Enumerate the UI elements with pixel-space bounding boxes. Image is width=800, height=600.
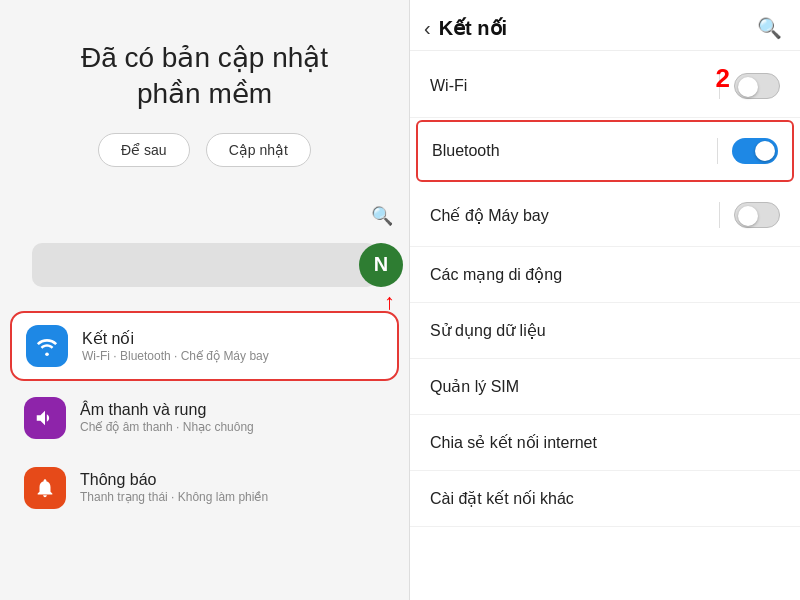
menu-item-am-thanh[interactable]: Âm thanh và rung Chế độ âm thanh · Nhạc …: [10, 385, 399, 451]
avatar: N: [359, 243, 403, 287]
right-header-left: ‹ Kết nối: [424, 16, 507, 40]
settings-list: Wi-Fi 2 Bluetooth Chế độ Máy bay: [410, 51, 800, 600]
annotation-2: 2: [716, 63, 730, 94]
update-buttons: Để sau Cập nhật: [30, 133, 379, 167]
later-button[interactable]: Để sau: [98, 133, 190, 167]
left-search-bar: 🔍: [0, 197, 409, 235]
hotspot-label: Chia sẻ kết nối internet: [430, 433, 597, 452]
other-label: Cài đặt kết nối khác: [430, 489, 574, 508]
setting-row-airplane[interactable]: Chế độ Máy bay: [410, 184, 800, 247]
speaker-icon: [24, 397, 66, 439]
menu-list: Kết nối Wi-Fi · Bluetooth · Chế độ Máy b…: [0, 311, 409, 521]
bell-icon: [24, 467, 66, 509]
wifi-toggle[interactable]: [734, 73, 780, 99]
menu-text-am-thanh: Âm thanh và rung Chế độ âm thanh · Nhạc …: [80, 401, 254, 434]
airplane-toggle-knob: [738, 206, 758, 226]
arrow-annotation-1: ↑: [384, 289, 395, 315]
airplane-toggle[interactable]: [734, 202, 780, 228]
setting-row-mobile-networks[interactable]: Các mạng di động: [410, 247, 800, 303]
setting-row-other[interactable]: Cài đặt kết nối khác: [410, 471, 800, 527]
right-header: ‹ Kết nối 🔍: [410, 0, 800, 51]
svg-point-0: [45, 352, 49, 356]
left-panel: Đã có bản cập nhậtphần mềm Để sau Cập nh…: [0, 0, 410, 600]
menu-title-thong-bao: Thông báo: [80, 471, 268, 489]
blurred-account-bar: [32, 243, 377, 287]
search-icon[interactable]: 🔍: [371, 205, 393, 227]
update-button[interactable]: Cập nhật: [206, 133, 311, 167]
menu-item-ket-noi[interactable]: Kết nối Wi-Fi · Bluetooth · Chế độ Máy b…: [10, 311, 399, 381]
wifi-label: Wi-Fi: [430, 77, 467, 95]
back-button[interactable]: ‹: [424, 17, 431, 40]
setting-row-bluetooth[interactable]: Bluetooth: [416, 120, 794, 182]
bluetooth-toggle-knob: [755, 141, 775, 161]
menu-sub-am-thanh: Chế độ âm thanh · Nhạc chuông: [80, 420, 254, 434]
sim-label: Quản lý SIM: [430, 377, 519, 396]
wifi-icon: [26, 325, 68, 367]
divider-ap: [719, 202, 720, 228]
setting-row-data-usage[interactable]: Sử dụng dữ liệu: [410, 303, 800, 359]
wifi-toggle-knob: [738, 77, 758, 97]
menu-sub-thong-bao: Thanh trạng thái · Không làm phiền: [80, 490, 268, 504]
right-panel-title: Kết nối: [439, 16, 507, 40]
divider-bt: [717, 138, 718, 164]
menu-title-ket-noi: Kết nối: [82, 329, 269, 348]
update-title: Đã có bản cập nhậtphần mềm: [30, 40, 379, 113]
bluetooth-toggle[interactable]: [732, 138, 778, 164]
right-search-icon[interactable]: 🔍: [757, 16, 782, 40]
setting-row-hotspot[interactable]: Chia sẻ kết nối internet: [410, 415, 800, 471]
menu-title-am-thanh: Âm thanh và rung: [80, 401, 254, 419]
right-panel: ‹ Kết nối 🔍 Wi-Fi 2 Bluetooth: [410, 0, 800, 600]
data-usage-label: Sử dụng dữ liệu: [430, 321, 546, 340]
menu-text-ket-noi: Kết nối Wi-Fi · Bluetooth · Chế độ Máy b…: [82, 329, 269, 363]
mobile-networks-label: Các mạng di động: [430, 265, 562, 284]
airplane-label: Chế độ Máy bay: [430, 206, 549, 225]
setting-row-wifi[interactable]: Wi-Fi 2: [410, 55, 800, 118]
menu-text-thong-bao: Thông báo Thanh trạng thái · Không làm p…: [80, 471, 268, 504]
bluetooth-label: Bluetooth: [432, 142, 500, 160]
update-section: Đã có bản cập nhậtphần mềm Để sau Cập nh…: [0, 0, 409, 197]
menu-item-thong-bao[interactable]: Thông báo Thanh trạng thái · Không làm p…: [10, 455, 399, 521]
menu-sub-ket-noi: Wi-Fi · Bluetooth · Chế độ Máy bay: [82, 349, 269, 363]
setting-row-sim[interactable]: Quản lý SIM: [410, 359, 800, 415]
